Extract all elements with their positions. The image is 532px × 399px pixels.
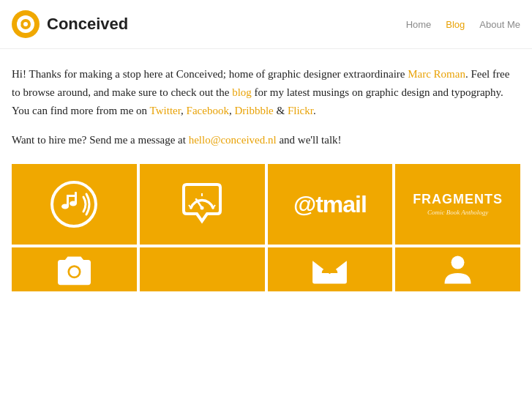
svg-line-11 — [189, 205, 191, 208]
mail-icon — [310, 253, 350, 286]
svg-point-9 — [70, 201, 77, 206]
svg-point-7 — [61, 204, 69, 209]
intro-paragraph: Hi! Thanks for making a stop here at Con… — [12, 65, 520, 119]
svg-point-3 — [23, 22, 28, 26]
svg-line-13 — [213, 205, 215, 208]
svg-point-15 — [201, 206, 204, 210]
svg-point-17 — [70, 266, 79, 276]
site-header: Conceived Home Blog About Me — [0, 0, 532, 49]
hire-paragraph: Want to hire me? Send me a message at he… — [12, 131, 520, 149]
fragments-title: FRAGMENTS — [413, 193, 503, 207]
logo-area: Conceived — [12, 10, 128, 38]
twitter-link[interactable]: Twitter — [150, 105, 181, 116]
atmail-tile[interactable]: @tmail — [268, 164, 393, 245]
flickr-link[interactable]: Flickr — [288, 105, 313, 116]
music-tile[interactable] — [12, 164, 137, 245]
svg-point-19 — [326, 260, 334, 268]
nav-home[interactable]: Home — [406, 19, 432, 30]
main-nav: Home Blog About Me — [406, 19, 520, 30]
fragments-sub: Comic Book Anthology — [427, 209, 488, 216]
camera-icon — [54, 253, 94, 286]
icon-grid: @tmail FRAGMENTS Comic Book Anthology — [12, 164, 520, 291]
fragments-tile[interactable]: FRAGMENTS Comic Book Anthology — [395, 164, 520, 245]
nav-about[interactable]: About Me — [479, 19, 520, 30]
mail-tile[interactable] — [268, 247, 393, 291]
marc-roman-link[interactable]: Marc Roman — [408, 68, 465, 80]
dribbble-link[interactable]: Dribbble — [234, 105, 273, 116]
music-icon — [48, 179, 100, 230]
person-tile[interactable] — [395, 247, 520, 291]
main-content: Hi! Thanks for making a stop here at Con… — [0, 49, 532, 305]
logo-icon — [12, 10, 40, 38]
speedometer-tile[interactable] — [140, 164, 265, 245]
logo-text: Conceived — [47, 15, 128, 34]
nav-blog[interactable]: Blog — [446, 19, 465, 30]
blank-tile-2[interactable] — [140, 247, 265, 291]
svg-point-4 — [18, 23, 21, 26]
facebook-link[interactable]: Facebook — [187, 105, 229, 116]
svg-point-20 — [452, 256, 465, 269]
atmail-label: @tmail — [293, 191, 367, 218]
person-icon — [438, 253, 478, 286]
camera-tile[interactable] — [12, 247, 137, 291]
blog-link[interactable]: blog — [232, 86, 252, 98]
email-link[interactable]: hello@conceived.nl — [189, 134, 277, 146]
svg-rect-10 — [67, 195, 77, 197]
speedometer-icon — [176, 179, 228, 230]
